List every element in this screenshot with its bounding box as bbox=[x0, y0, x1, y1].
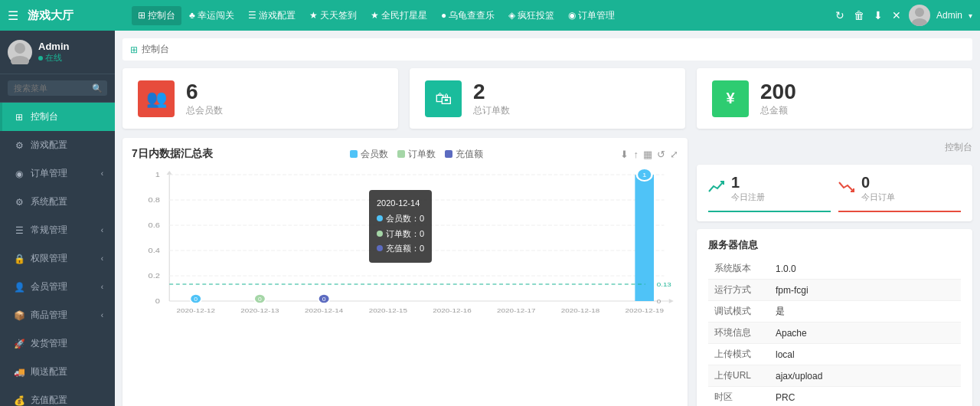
server-info-value: PRC bbox=[769, 387, 961, 407]
refresh-icon[interactable]: ↻ bbox=[834, 8, 846, 23]
amount-number: 200 bbox=[760, 80, 796, 104]
top-nav-ranking[interactable]: ★ 全民打星星 bbox=[364, 6, 433, 25]
sidebar-item-order[interactable]: ◉ 订单管理 ‹ bbox=[0, 159, 115, 188]
orders-number: 2 bbox=[473, 80, 510, 104]
today-order-info: 0 今日订单 bbox=[861, 174, 895, 203]
svg-point-3 bbox=[11, 56, 29, 64]
sidebar-item-dashboard[interactable]: ⊞ 控制台 bbox=[0, 103, 115, 131]
breadcrumb-label: 控制台 bbox=[142, 43, 169, 56]
stat-amount-info: 200 总金额 bbox=[760, 80, 796, 117]
legend-dot-recharge bbox=[445, 150, 452, 158]
svg-text:2020-12-12: 2020-12-12 bbox=[177, 307, 215, 314]
sidebar-item-product[interactable]: 📦 商品管理 ‹ bbox=[0, 301, 115, 329]
legend-label-members: 会员数 bbox=[361, 148, 388, 161]
top-nav-dashboard[interactable]: ⊞ 控制台 bbox=[132, 6, 181, 25]
top-nav-daily[interactable]: ★ 天天签到 bbox=[303, 6, 363, 25]
top-nav-order[interactable]: ◉ 订单管理 bbox=[562, 6, 621, 25]
svg-text:1: 1 bbox=[642, 172, 646, 178]
orders-icon: 🛍 bbox=[425, 80, 462, 117]
server-info-value: 1.0.0 bbox=[769, 258, 961, 280]
top-nav-game-config[interactable]: ☰ 游戏配置 bbox=[242, 6, 302, 25]
sidebar-item-game-config-label: 游戏配置 bbox=[31, 139, 67, 152]
common-arrow-icon: ‹ bbox=[101, 226, 103, 234]
main-content: ⊞ 控制台 👥 6 总会员数 🛍 2 总订单数 ¥ bbox=[115, 31, 980, 406]
permission-arrow-icon: ‹ bbox=[101, 254, 103, 263]
today-register[interactable]: 1 今日注册 bbox=[708, 174, 831, 212]
system-icon: ⚙ bbox=[14, 197, 24, 208]
chart-actions: ⬇ ↑ ▦ ↺ ⤢ bbox=[620, 149, 678, 160]
server-info-row: 上传URLajax/upload bbox=[708, 365, 961, 387]
svg-text:0.6: 0.6 bbox=[149, 221, 161, 229]
sidebar-item-common[interactable]: ☰ 常规管理 ‹ bbox=[0, 216, 115, 244]
sidebar-item-permission[interactable]: 🔒 权限管理 ‹ bbox=[0, 244, 115, 273]
stat-card-members[interactable]: 👥 6 总会员数 bbox=[122, 68, 398, 129]
svg-text:0.8: 0.8 bbox=[149, 196, 161, 204]
sidebar-item-recharge[interactable]: 💰 充值配置 bbox=[0, 386, 115, 406]
order-icon: ◉ bbox=[14, 169, 24, 179]
chart-refresh-icon[interactable]: ↺ bbox=[657, 149, 665, 160]
top-nav-game-config-label: 游戏配置 bbox=[259, 9, 296, 22]
top-navigation: ☰ 游戏大厅 ⊞ 控制台 ♣ 幸运闯关 ☰ 游戏配置 ★ 天天签到 ★ 全民打星… bbox=[0, 0, 980, 31]
server-info-key: 运行方式 bbox=[708, 280, 769, 301]
legend-recharge: 充值额 bbox=[445, 148, 483, 161]
today-order[interactable]: 0 今日订单 bbox=[838, 174, 961, 212]
main-row: 7日内数据汇总表 会员数 订单数 充值额 bbox=[122, 138, 972, 406]
sidebar-item-member[interactable]: 👤 会员管理 ‹ bbox=[0, 273, 115, 301]
server-info-title: 服务器信息 bbox=[708, 238, 961, 252]
legend-dot-orders bbox=[397, 150, 405, 158]
orders-label: 总订单数 bbox=[473, 104, 510, 117]
dashboard-icon: ⊞ bbox=[14, 112, 24, 123]
stat-card-amount[interactable]: ¥ 200 总金额 bbox=[697, 68, 972, 129]
sidebar-item-system[interactable]: ⚙ 系统配置 bbox=[0, 188, 115, 216]
sidebar-username: Admin bbox=[38, 41, 69, 52]
svg-text:2020-12-13: 2020-12-13 bbox=[240, 307, 279, 314]
sidebar-item-recharge-label: 充值配置 bbox=[31, 394, 67, 406]
delete-icon[interactable]: 🗑 bbox=[852, 8, 866, 23]
svg-text:2020-12-16: 2020-12-16 bbox=[433, 307, 471, 314]
sidebar-item-product-label: 商品管理 bbox=[31, 309, 67, 322]
top-nav-ugc[interactable]: ● 乌龟查查乐 bbox=[435, 6, 501, 25]
top-nav-lucky[interactable]: ♣ 幸运闯关 bbox=[183, 6, 240, 25]
members-number: 6 bbox=[186, 80, 223, 104]
chart-fullscreen-icon[interactable]: ⤢ bbox=[670, 149, 678, 160]
sidebar-item-dashboard-label: 控制台 bbox=[31, 110, 58, 123]
chart-export-icon[interactable]: ↑ bbox=[633, 149, 639, 160]
common-icon: ☰ bbox=[14, 225, 24, 236]
sidebar-item-member-label: 会员管理 bbox=[31, 280, 67, 293]
top-nav-daily-label: 天天签到 bbox=[320, 9, 357, 22]
amount-label: 总金额 bbox=[760, 104, 796, 117]
svg-text:2020-12-17: 2020-12-17 bbox=[497, 307, 535, 314]
server-info-key: 系统版本 bbox=[708, 258, 769, 280]
sidebar-item-delivery-label: 发货管理 bbox=[31, 337, 67, 350]
chart-title: 7日内数据汇总表 bbox=[132, 147, 213, 161]
download-icon[interactable]: ⬇ bbox=[872, 8, 884, 23]
sidebar-item-delivery[interactable]: 🚀 发货管理 bbox=[0, 329, 115, 358]
today-order-label: 今日订单 bbox=[861, 192, 895, 203]
admin-dropdown-icon[interactable]: ▾ bbox=[969, 11, 972, 20]
stat-orders-info: 2 总订单数 bbox=[473, 80, 510, 117]
hamburger-icon[interactable]: ☰ bbox=[8, 8, 18, 23]
close-icon[interactable]: ✕ bbox=[890, 8, 903, 23]
sidebar-item-game-config[interactable]: ⚙ 游戏配置 bbox=[0, 131, 115, 159]
chart-download-icon[interactable]: ⬇ bbox=[620, 149, 629, 160]
svg-text:2020-12-15: 2020-12-15 bbox=[369, 307, 407, 314]
sidebar-item-common-label: 常规管理 bbox=[31, 224, 67, 237]
svg-text:0.4: 0.4 bbox=[149, 247, 161, 254]
sidebar-item-shipping[interactable]: 🚚 顺送配置 bbox=[0, 358, 115, 386]
svg-point-0 bbox=[915, 8, 924, 17]
status-dot bbox=[38, 56, 43, 61]
sidebar-item-permission-label: 权限管理 bbox=[31, 252, 67, 265]
sidebar-status-label: 在线 bbox=[45, 52, 62, 64]
legend-orders: 订单数 bbox=[397, 148, 436, 161]
top-nav-ranking-label: 全民打星星 bbox=[381, 9, 427, 22]
top-nav-crazy[interactable]: ◈ 疯狂投篮 bbox=[502, 6, 560, 25]
game-config-nav-icon: ☰ bbox=[248, 10, 256, 21]
chart-bar-icon[interactable]: ▦ bbox=[643, 149, 652, 160]
stat-card-orders[interactable]: 🛍 2 总订单数 bbox=[410, 68, 685, 129]
server-info-row: 运行方式fpm-fcgi bbox=[708, 280, 961, 301]
today-register-label: 今日注册 bbox=[731, 192, 765, 203]
svg-text:0.2: 0.2 bbox=[149, 272, 161, 280]
admin-name[interactable]: Admin bbox=[936, 10, 962, 21]
svg-text:0: 0 bbox=[194, 296, 198, 303]
server-info-value: local bbox=[769, 344, 961, 365]
